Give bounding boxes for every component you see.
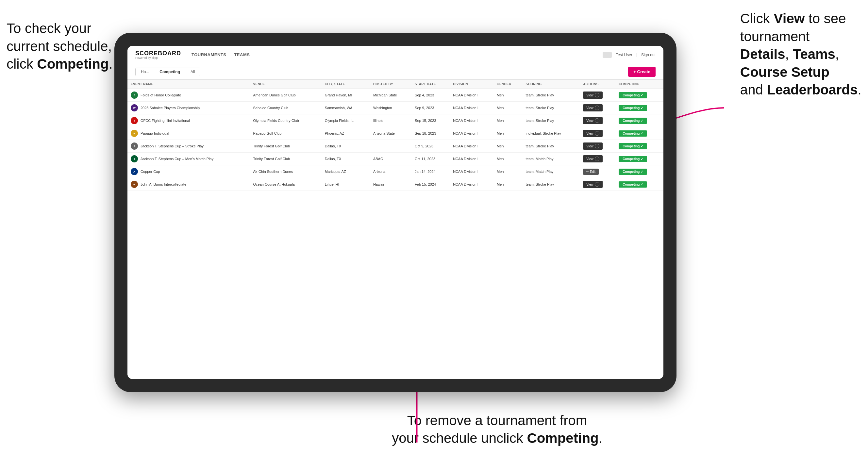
col-city-state: CITY, STATE	[321, 80, 370, 89]
separator: |	[636, 53, 637, 57]
edit-button[interactable]: ✏ Edit	[583, 168, 599, 175]
cell-hosted-by: Illinois	[370, 114, 411, 127]
tab-competing[interactable]: Competing	[154, 68, 185, 76]
cell-competing: Competing ✓	[615, 140, 663, 153]
tab-home[interactable]: Ho...	[135, 68, 154, 76]
cell-scoring: team, Match Play	[523, 153, 580, 165]
cell-competing: Competing ✓	[615, 89, 663, 102]
nav-teams[interactable]: TEAMS	[234, 52, 250, 57]
tab-all[interactable]: All	[185, 68, 200, 76]
competing-button[interactable]: Competing ✓	[619, 105, 647, 111]
cell-city-state: Maricopa, AZ	[321, 165, 370, 178]
event-name-text: Jackson T. Stephens Cup – Stroke Play	[141, 144, 204, 148]
view-button[interactable]: View i	[583, 143, 602, 150]
user-icon	[602, 52, 612, 58]
cell-city-state: Dallas, TX	[321, 140, 370, 153]
info-icon: i	[595, 131, 599, 136]
competing-button[interactable]: Competing ✓	[619, 118, 647, 124]
competing-button[interactable]: Competing ✓	[619, 143, 647, 149]
team-logo: A	[131, 168, 138, 175]
cell-scoring: individual, Stroke Play	[523, 127, 580, 140]
cell-competing: Competing ✓	[615, 114, 663, 127]
cell-event-name: F Folds of Honor Collegiate	[127, 89, 250, 102]
col-scoring: SCORING	[523, 80, 580, 89]
cell-actions: View i	[580, 89, 615, 102]
competing-button[interactable]: Competing ✓	[619, 168, 647, 175]
view-button[interactable]: View i	[583, 130, 602, 137]
cell-city-state: Olympia Fields, IL	[321, 114, 370, 127]
cell-competing: Competing ✓	[615, 165, 663, 178]
tablet-screen: SCOREBOARD Powered by clippi TOURNAMENTS…	[127, 46, 663, 379]
cell-gender: Men	[494, 114, 523, 127]
col-actions: ACTIONS	[580, 80, 615, 89]
info-icon: i	[595, 105, 599, 110]
cell-scoring: team, Match Play	[523, 165, 580, 178]
view-button[interactable]: View i	[583, 117, 602, 124]
col-venue: VENUE	[250, 80, 321, 89]
team-logo: H	[131, 181, 138, 188]
cell-actions: View i	[580, 127, 615, 140]
cell-event-name: H John A. Burns Intercollegiate	[127, 178, 250, 191]
cell-competing: Competing ✓	[615, 178, 663, 191]
cell-venue: Papago Golf Club	[250, 127, 321, 140]
cell-scoring: team, Stroke Play	[523, 114, 580, 127]
scoreboard-brand: SCOREBOARD Powered by clippi	[135, 50, 181, 60]
user-label: Test User	[616, 53, 632, 57]
view-button[interactable]: View i	[583, 92, 602, 99]
col-competing: COMPETING	[615, 80, 663, 89]
team-logo: W	[131, 104, 138, 112]
cell-start-date: Sep 15, 2023	[411, 114, 450, 127]
nav-tournaments[interactable]: TOURNAMENTS	[191, 52, 226, 57]
competing-button[interactable]: Competing ✓	[619, 156, 647, 162]
competing-button[interactable]: Competing ✓	[619, 181, 647, 188]
competing-button[interactable]: Competing ✓	[619, 130, 647, 136]
cell-division: NCAA Division I	[450, 140, 494, 153]
cell-city-state: Grand Haven, MI	[321, 89, 370, 102]
view-button[interactable]: View i	[583, 155, 602, 162]
view-button[interactable]: View i	[583, 104, 602, 112]
cell-division: NCAA Division I	[450, 102, 494, 114]
cell-start-date: Feb 15, 2024	[411, 178, 450, 191]
header-left: SCOREBOARD Powered by clippi TOURNAMENTS…	[135, 50, 250, 60]
app-header: SCOREBOARD Powered by clippi TOURNAMENTS…	[127, 46, 663, 64]
cell-scoring: team, Stroke Play	[523, 89, 580, 102]
table-row: H John A. Burns Intercollegiate Ocean Co…	[127, 178, 663, 191]
table-body: F Folds of Honor Collegiate American Dun…	[127, 89, 663, 191]
cell-gender: Men	[494, 127, 523, 140]
cell-hosted-by: ABAC	[370, 153, 411, 165]
cell-gender: Men	[494, 140, 523, 153]
create-button[interactable]: + Create	[628, 67, 656, 77]
cell-actions: View i	[580, 140, 615, 153]
cell-venue: Olympia Fields Country Club	[250, 114, 321, 127]
cell-scoring: team, Stroke Play	[523, 140, 580, 153]
cell-division: NCAA Division I	[450, 153, 494, 165]
table-row: W 2023 Sahalee Players Championship Saha…	[127, 102, 663, 114]
table-row: F Folds of Honor Collegiate American Dun…	[127, 89, 663, 102]
cell-gender: Men	[494, 165, 523, 178]
annotation-top-left: To check your current schedule, click Co…	[6, 20, 113, 73]
event-name-text: Copper Cup	[141, 169, 160, 174]
main-nav: TOURNAMENTS TEAMS	[191, 52, 250, 57]
tournaments-table-container: EVENT NAME VENUE CITY, STATE HOSTED BY S…	[127, 80, 663, 379]
table-row: J Jackson T. Stephens Cup – Men's Match …	[127, 153, 663, 165]
scoreboard-powered: Powered by clippi	[135, 57, 181, 60]
header-right: Test User | Sign out	[602, 52, 656, 58]
cell-division: NCAA Division I	[450, 114, 494, 127]
event-name-text: Jackson T. Stephens Cup – Men's Match Pl…	[141, 157, 213, 161]
cell-division: NCAA Division I	[450, 89, 494, 102]
col-gender: GENDER	[494, 80, 523, 89]
cell-division: NCAA Division I	[450, 165, 494, 178]
table-row: A Copper Cup Ak-Chin Southern DunesMaric…	[127, 165, 663, 178]
cell-start-date: Sep 9, 2023	[411, 102, 450, 114]
team-logo: P	[131, 130, 138, 137]
sign-out-link[interactable]: Sign out	[641, 53, 656, 57]
view-button[interactable]: View i	[583, 181, 602, 188]
cell-venue: Trinity Forest Golf Club	[250, 153, 321, 165]
cell-actions: ✏ Edit	[580, 165, 615, 178]
cell-venue: Ocean Course At Hokuala	[250, 178, 321, 191]
event-name-text: Folds of Honor Collegiate	[141, 93, 181, 97]
cell-hosted-by: Arizona State	[370, 127, 411, 140]
event-name-text: John A. Burns Intercollegiate	[141, 182, 186, 186]
table-row: J Jackson T. Stephens Cup – Stroke Play …	[127, 140, 663, 153]
competing-button[interactable]: Competing ✓	[619, 92, 647, 98]
